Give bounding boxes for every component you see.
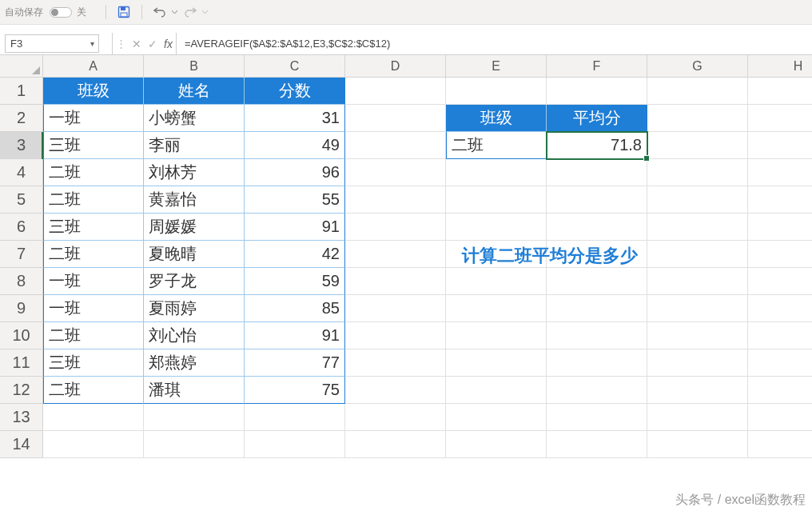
cell[interactable] xyxy=(345,241,446,268)
cell[interactable] xyxy=(547,377,647,404)
row-header[interactable]: 2 xyxy=(0,105,43,132)
cell[interactable] xyxy=(446,377,547,404)
cell[interactable]: 小螃蟹 xyxy=(144,105,245,132)
cell[interactable]: 姓名 xyxy=(144,78,245,105)
row-header[interactable]: 5 xyxy=(0,186,43,214)
cell[interactable] xyxy=(748,241,812,268)
cell[interactable] xyxy=(647,159,748,186)
cell[interactable] xyxy=(748,431,812,458)
cell[interactable] xyxy=(647,105,748,132)
cell[interactable]: 三班 xyxy=(43,349,144,377)
cell[interactable]: 二班 xyxy=(43,322,144,349)
redo-button[interactable] xyxy=(181,2,200,22)
cell[interactable]: 罗子龙 xyxy=(144,268,245,295)
row-header[interactable]: 9 xyxy=(0,295,43,322)
cell[interactable] xyxy=(345,105,446,132)
cell[interactable] xyxy=(446,431,547,458)
cell[interactable]: 85 xyxy=(245,295,345,322)
cell[interactable]: 平均分 xyxy=(547,105,647,132)
row-header[interactable]: 13 xyxy=(0,404,43,431)
cell[interactable]: 一班 xyxy=(43,105,144,132)
cancel-icon[interactable]: ✕ xyxy=(132,38,141,50)
row-header[interactable]: 12 xyxy=(0,377,43,404)
cell[interactable]: 班级 xyxy=(43,78,144,105)
cell[interactable] xyxy=(345,404,446,431)
cell[interactable] xyxy=(647,268,748,295)
column-header[interactable]: B xyxy=(144,55,245,78)
cell[interactable]: 二班 xyxy=(43,159,144,186)
cell[interactable] xyxy=(647,78,748,105)
cell-grid[interactable]: 班级姓名分数一班小螃蟹31班级平均分三班李丽49二班71.8二班刘林芳96二班黄… xyxy=(43,78,812,458)
column-header[interactable]: G xyxy=(647,55,748,78)
cell[interactable] xyxy=(748,349,812,377)
cell[interactable]: 三班 xyxy=(43,214,144,241)
cell[interactable] xyxy=(144,431,245,458)
cell[interactable] xyxy=(547,349,647,377)
cell[interactable] xyxy=(547,404,647,431)
cell[interactable] xyxy=(245,431,345,458)
cell[interactable] xyxy=(748,377,812,404)
cell[interactable] xyxy=(547,268,647,295)
cell[interactable] xyxy=(647,431,748,458)
cell[interactable] xyxy=(345,159,446,186)
save-button[interactable] xyxy=(114,2,133,22)
name-box-dropdown[interactable]: ▾ xyxy=(86,39,98,48)
row-header[interactable]: 14 xyxy=(0,431,43,458)
cell[interactable] xyxy=(748,295,812,322)
row-header[interactable]: 10 xyxy=(0,322,43,349)
row-header[interactable]: 11 xyxy=(0,349,43,377)
cell[interactable]: 71.8 xyxy=(547,132,647,159)
cell[interactable] xyxy=(446,268,547,295)
cell[interactable] xyxy=(446,186,547,214)
cell[interactable]: 班级 xyxy=(446,105,547,132)
row-header[interactable]: 3 xyxy=(0,132,43,159)
cell[interactable] xyxy=(345,268,446,295)
cell[interactable] xyxy=(446,322,547,349)
cell[interactable] xyxy=(748,268,812,295)
cell[interactable] xyxy=(547,159,647,186)
cell[interactable] xyxy=(647,214,748,241)
cell[interactable]: 刘林芳 xyxy=(144,159,245,186)
cell[interactable] xyxy=(446,78,547,105)
cell[interactable]: 一班 xyxy=(43,295,144,322)
cell[interactable] xyxy=(345,295,446,322)
row-header[interactable]: 4 xyxy=(0,159,43,186)
cell[interactable] xyxy=(547,295,647,322)
cell[interactable] xyxy=(144,404,245,431)
cell[interactable] xyxy=(547,186,647,214)
cell[interactable]: 91 xyxy=(245,214,345,241)
cell[interactable] xyxy=(245,404,345,431)
cell[interactable]: 黄嘉怡 xyxy=(144,186,245,214)
cell[interactable]: 59 xyxy=(245,268,345,295)
cell[interactable] xyxy=(647,295,748,322)
name-box[interactable]: F3 ▾ xyxy=(5,34,99,53)
cell[interactable] xyxy=(345,377,446,404)
cell[interactable] xyxy=(647,132,748,159)
cell[interactable] xyxy=(43,431,144,458)
column-header[interactable]: A xyxy=(43,55,144,78)
fx-icon[interactable]: fx xyxy=(164,38,173,50)
autosave-toggle[interactable] xyxy=(50,7,72,18)
cell[interactable]: 一班 xyxy=(43,268,144,295)
cell[interactable]: 二班 xyxy=(43,377,144,404)
cell[interactable] xyxy=(748,322,812,349)
cell[interactable]: 二班 xyxy=(43,241,144,268)
cell[interactable]: 夏雨婷 xyxy=(144,295,245,322)
cell[interactable]: 郑燕婷 xyxy=(144,349,245,377)
cell[interactable]: 分数 xyxy=(245,78,345,105)
cell[interactable]: 周媛媛 xyxy=(144,214,245,241)
cell[interactable] xyxy=(345,132,446,159)
cell[interactable] xyxy=(345,186,446,214)
cell[interactable]: 二班 xyxy=(43,186,144,214)
cell[interactable] xyxy=(647,186,748,214)
cell[interactable] xyxy=(647,377,748,404)
enter-icon[interactable]: ✓ xyxy=(148,38,157,50)
cell[interactable] xyxy=(547,214,647,241)
cell[interactable] xyxy=(345,322,446,349)
cell[interactable] xyxy=(647,349,748,377)
cell[interactable]: 42 xyxy=(245,241,345,268)
cell[interactable] xyxy=(748,105,812,132)
row-header[interactable]: 1 xyxy=(0,78,43,105)
row-header[interactable]: 8 xyxy=(0,268,43,295)
cell[interactable] xyxy=(748,159,812,186)
